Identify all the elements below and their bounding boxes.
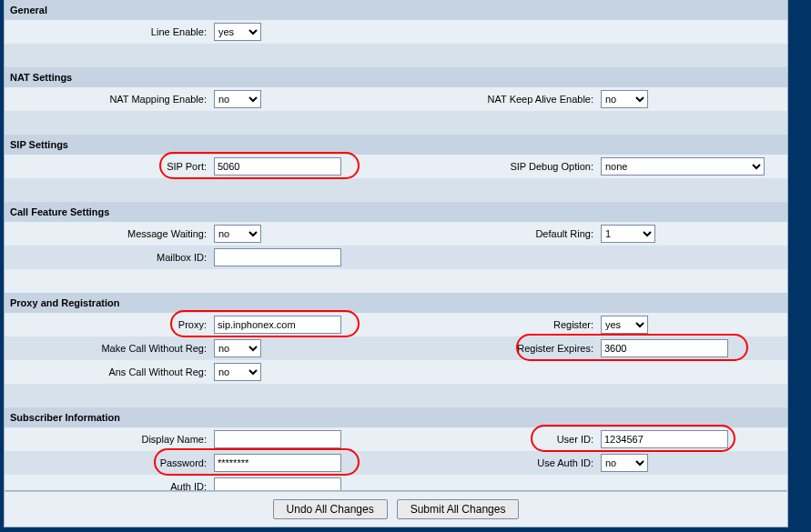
section-call: Call Feature Settings xyxy=(5,202,787,222)
select-make-call-without-reg[interactable]: no xyxy=(214,339,261,357)
undo-all-button[interactable]: Undo All Changes xyxy=(273,499,388,519)
label-use-auth-id: Use Auth ID: xyxy=(396,457,601,468)
label-sip-debug-option: SIP Debug Option: xyxy=(396,161,601,172)
submit-all-button[interactable]: Submit All Changes xyxy=(397,499,520,519)
label-register: Register: xyxy=(396,319,601,330)
select-use-auth-id[interactable]: no xyxy=(601,454,648,472)
label-message-waiting: Message Waiting: xyxy=(5,228,214,239)
select-line-enable[interactable]: yes xyxy=(214,23,261,41)
footer-bar: Undo All Changes Submit All Changes xyxy=(4,491,788,527)
input-mailbox-id[interactable] xyxy=(214,248,341,266)
input-password[interactable] xyxy=(214,454,341,472)
input-user-id[interactable] xyxy=(601,430,728,448)
label-proxy: Proxy: xyxy=(5,319,214,330)
select-nat-keep-alive-enable[interactable]: no xyxy=(601,90,648,108)
label-nat-mapping-enable: NAT Mapping Enable: xyxy=(5,94,214,105)
label-default-ring: Default Ring: xyxy=(396,228,601,239)
input-sip-port[interactable] xyxy=(214,157,341,176)
section-general: General xyxy=(5,0,787,20)
section-nat: NAT Settings xyxy=(5,67,787,87)
select-message-waiting[interactable]: no xyxy=(214,225,261,243)
section-sip: SIP Settings xyxy=(5,135,787,155)
select-ans-call-without-reg[interactable]: no xyxy=(214,363,261,381)
label-display-name: Display Name: xyxy=(5,434,214,445)
label-ans-call-without-reg: Ans Call Without Reg: xyxy=(5,366,214,377)
select-default-ring[interactable]: 1 xyxy=(601,225,655,243)
select-sip-debug-option[interactable]: none xyxy=(601,157,765,176)
label-sip-port: SIP Port: xyxy=(5,161,214,172)
input-display-name[interactable] xyxy=(214,430,341,448)
label-line-enable: Line Enable: xyxy=(5,26,214,37)
label-auth-id: Auth ID: xyxy=(5,481,214,491)
label-mailbox-id: Mailbox ID: xyxy=(5,252,214,263)
select-register[interactable]: yes xyxy=(601,316,648,334)
section-proxy: Proxy and Registration xyxy=(5,293,787,313)
label-password: Password: xyxy=(5,457,214,468)
settings-scroll-area[interactable]: General Line Enable: yes NAT Settings NA… xyxy=(4,0,788,491)
section-subscriber: Subscriber Information xyxy=(5,407,787,427)
input-auth-id[interactable] xyxy=(214,477,341,491)
input-register-expires[interactable] xyxy=(601,339,728,357)
label-user-id: User ID: xyxy=(396,434,601,445)
input-proxy[interactable] xyxy=(214,316,341,334)
label-nat-keep-alive-enable: NAT Keep Alive Enable: xyxy=(396,94,601,105)
label-register-expires: Register Expires: xyxy=(396,343,601,354)
select-nat-mapping-enable[interactable]: no xyxy=(214,90,261,108)
label-make-call-without-reg: Make Call Without Reg: xyxy=(5,343,214,354)
